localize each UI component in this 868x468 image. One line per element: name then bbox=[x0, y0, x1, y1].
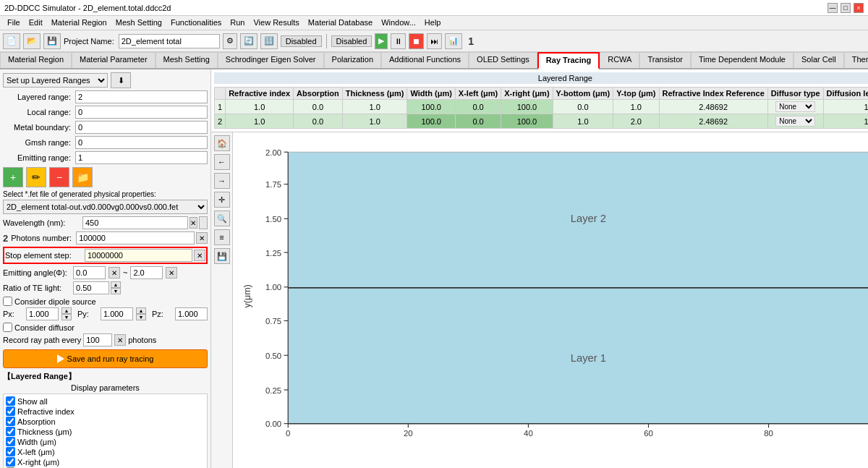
cb-show-all-check[interactable] bbox=[6, 396, 15, 406]
dipole-checkbox[interactable] bbox=[3, 297, 12, 306]
new-btn[interactable]: 📄 bbox=[3, 33, 20, 49]
diffusor-checkbox[interactable] bbox=[3, 323, 12, 332]
menu-run[interactable]: Run bbox=[226, 17, 249, 28]
compute-btn[interactable]: 🔢 bbox=[260, 33, 278, 49]
run-ray-tracing-btn[interactable]: Save and run ray tracing bbox=[3, 349, 208, 368]
new-icon: 📄 bbox=[7, 36, 17, 46]
play-btn[interactable]: ▶ bbox=[375, 33, 388, 49]
py-down[interactable]: ▼ bbox=[136, 314, 146, 320]
menu-view-results[interactable]: View Results bbox=[249, 17, 303, 28]
cb-xleft-check[interactable] bbox=[6, 447, 15, 456]
settings-btn[interactable]: ⚙ bbox=[223, 33, 237, 49]
stop-step-clear-btn[interactable]: ✕ bbox=[194, 250, 205, 261]
py-input[interactable] bbox=[101, 307, 133, 320]
cb-width-check[interactable] bbox=[6, 437, 15, 446]
menu-help[interactable]: Help bbox=[420, 17, 446, 28]
row2-diffusor-select[interactable]: None bbox=[775, 116, 815, 127]
menu-functionalities[interactable]: Functionalities bbox=[166, 17, 226, 28]
zoom-tool-btn[interactable]: 🔍 bbox=[214, 210, 230, 226]
stop-step-input[interactable] bbox=[85, 249, 192, 262]
emitting-angle-input1[interactable] bbox=[73, 266, 106, 279]
menu-material-database[interactable]: Material Database bbox=[304, 17, 377, 28]
menu-edit[interactable]: Edit bbox=[25, 17, 47, 28]
tab-schrodinger[interactable]: Schrodinger Eigen Solver bbox=[218, 52, 324, 68]
tab-polarization[interactable]: Polarization bbox=[324, 52, 381, 68]
project-name-input[interactable] bbox=[119, 34, 220, 48]
record-clear-btn[interactable]: ✕ bbox=[114, 334, 126, 346]
refresh-btn[interactable]: 🔄 bbox=[240, 33, 258, 49]
menu-mesh-setting[interactable]: Mesh Setting bbox=[111, 17, 166, 28]
disabled-btn-2[interactable]: Disabled bbox=[331, 35, 373, 47]
stop-btn[interactable]: ⏹ bbox=[409, 33, 424, 49]
tab-transistor[interactable]: Transistor bbox=[639, 52, 691, 68]
ratio-up-btn[interactable]: ▲ bbox=[111, 281, 121, 288]
emitting-range-input[interactable] bbox=[75, 151, 208, 164]
gmsh-range-input[interactable] bbox=[75, 136, 208, 149]
minimize-btn[interactable]: — bbox=[827, 3, 838, 13]
tab-solar-cell[interactable]: Solar Cell bbox=[793, 52, 844, 68]
pan-tool-btn[interactable]: ✛ bbox=[214, 192, 230, 208]
pz-input[interactable] bbox=[175, 307, 208, 320]
tab-rcwa[interactable]: RCWA bbox=[600, 52, 639, 68]
ratio-te-input[interactable] bbox=[73, 281, 109, 294]
tab-ray-tracing[interactable]: Ray Tracing bbox=[537, 52, 600, 69]
local-range-input[interactable] bbox=[75, 106, 208, 119]
tab-material-region[interactable]: Material Region bbox=[0, 52, 72, 68]
ratio-spin[interactable]: ▲ ▼ bbox=[111, 281, 121, 294]
row1-diffusor-select[interactable]: None bbox=[775, 101, 815, 112]
download-btn[interactable]: ⬇ bbox=[111, 72, 131, 88]
ratio-down-btn[interactable]: ▼ bbox=[111, 288, 121, 294]
record-input[interactable] bbox=[83, 333, 112, 346]
cb-thick-check[interactable] bbox=[6, 427, 15, 436]
display-params-label: Display parameters bbox=[3, 383, 208, 392]
ratio-te-label: Ratio of TE light: bbox=[3, 284, 72, 292]
back-tool-btn[interactable]: ← bbox=[214, 154, 230, 170]
px-input[interactable] bbox=[26, 307, 59, 320]
save-btn[interactable]: 💾 bbox=[43, 33, 61, 49]
setup-dropdown[interactable]: Set up Layered Ranges bbox=[3, 73, 108, 88]
cb-ri-check[interactable] bbox=[6, 407, 15, 416]
open-btn[interactable]: 📂 bbox=[23, 33, 41, 49]
metal-boundary-input[interactable] bbox=[75, 121, 208, 134]
close-btn[interactable]: × bbox=[854, 3, 864, 13]
px-up[interactable]: ▲ bbox=[61, 307, 72, 314]
py-up[interactable]: ▲ bbox=[136, 307, 146, 314]
photon-input[interactable] bbox=[76, 231, 195, 244]
subplots-tool-btn[interactable]: ≡ bbox=[214, 229, 230, 245]
tab-oled[interactable]: OLED Settings bbox=[469, 52, 537, 68]
angle2-clear-btn[interactable]: ✕ bbox=[166, 267, 177, 278]
folder-btn[interactable]: 📁 bbox=[72, 167, 93, 187]
menu-material-region[interactable]: Material Region bbox=[47, 17, 111, 28]
tab-thermal[interactable]: Thermal bbox=[844, 52, 868, 68]
tab-time-dependent[interactable]: Time Dependent Module bbox=[691, 52, 793, 68]
window-controls[interactable]: — □ × bbox=[827, 3, 864, 13]
cb-xright-check[interactable] bbox=[6, 457, 15, 467]
home-tool-btn[interactable]: 🏠 bbox=[214, 135, 230, 151]
save-tool-btn[interactable]: 💾 bbox=[214, 248, 230, 264]
disabled-btn-1[interactable]: Disabled bbox=[281, 35, 322, 47]
angle-clear-btn[interactable]: ✕ bbox=[109, 267, 120, 278]
add-range-btn[interactable]: + bbox=[3, 167, 23, 187]
remove-range-btn[interactable]: − bbox=[49, 167, 69, 187]
pause-btn[interactable]: ⏸ bbox=[391, 33, 406, 49]
forward-tool-btn[interactable]: → bbox=[214, 173, 230, 189]
cb-abs-check[interactable] bbox=[6, 417, 15, 426]
wavelength-clear-btn[interactable]: ✕ bbox=[190, 217, 197, 229]
menu-window[interactable]: Window... bbox=[377, 17, 420, 28]
layered-range-input[interactable] bbox=[75, 90, 208, 103]
maximize-btn[interactable]: □ bbox=[841, 3, 851, 13]
edit-range-btn[interactable]: ✏ bbox=[26, 167, 46, 187]
menu-file[interactable]: File bbox=[3, 17, 25, 28]
emitting-angle-input2[interactable] bbox=[130, 266, 163, 279]
tab-additional[interactable]: Additional Functions bbox=[381, 52, 469, 68]
chart-area: 🏠 ← → ✛ 🔍 ≡ 💾 bbox=[211, 132, 868, 468]
forward-btn[interactable]: ⏭ bbox=[427, 33, 442, 49]
file-select[interactable]: 2D_element total-out.vd0.000vg0.000vs0.0… bbox=[3, 200, 208, 214]
chart-btn[interactable]: 📊 bbox=[445, 33, 462, 49]
tab-material-parameter[interactable]: Material Parameter bbox=[72, 52, 156, 68]
photon-clear-btn[interactable]: ✕ bbox=[196, 232, 208, 244]
px-down[interactable]: ▼ bbox=[61, 314, 72, 320]
wavelength-extra-btn[interactable] bbox=[199, 216, 208, 229]
tab-mesh-setting[interactable]: Mesh Setting bbox=[156, 52, 218, 68]
wavelength-input[interactable] bbox=[82, 216, 188, 229]
